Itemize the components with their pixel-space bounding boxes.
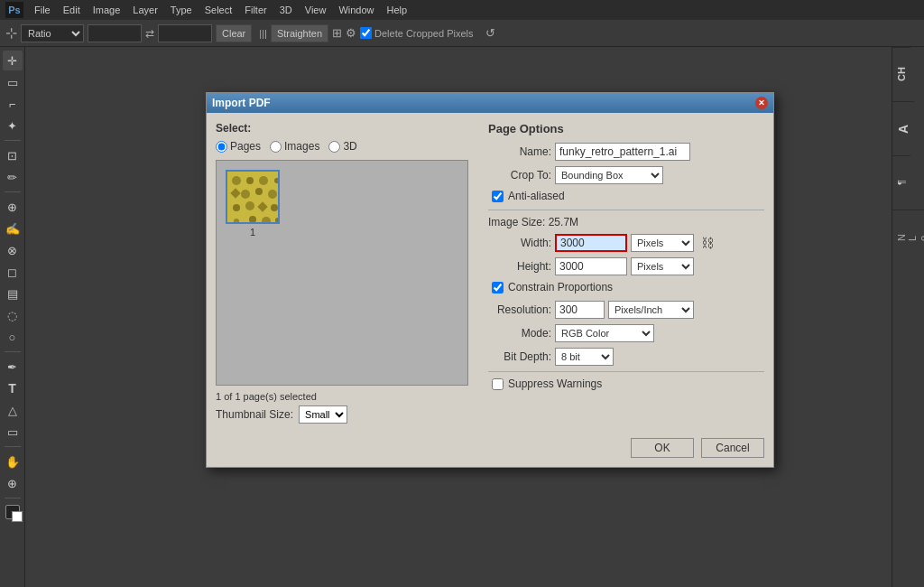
type-tool[interactable]: T bbox=[3, 378, 23, 398]
width-unit-select[interactable]: Pixels bbox=[631, 234, 694, 252]
bit-depth-row: Bit Depth: 8 bit bbox=[488, 348, 764, 366]
constrain-checkbox[interactable] bbox=[492, 282, 504, 294]
width-row: Width: Pixels ⛓ bbox=[488, 234, 764, 252]
height-unit-select[interactable]: Pixels bbox=[631, 257, 694, 275]
svg-point-12 bbox=[271, 204, 278, 211]
hand-tool[interactable]: ✋ bbox=[3, 452, 23, 471]
svg-point-3 bbox=[259, 176, 268, 185]
menu-window[interactable]: Window bbox=[333, 3, 379, 17]
radio-pages-input[interactable] bbox=[216, 141, 227, 153]
clone-tool[interactable]: ⊗ bbox=[3, 240, 23, 260]
tool-separator-1 bbox=[5, 140, 21, 141]
pen-tool[interactable]: ✒ bbox=[3, 357, 23, 377]
radio-images-input[interactable] bbox=[270, 141, 282, 153]
radio-3d[interactable]: 3D bbox=[328, 140, 356, 153]
zoom-tool[interactable]: ⊕ bbox=[3, 473, 23, 493]
delete-cropped-option[interactable]: Delete Cropped Pixels bbox=[360, 27, 473, 39]
blur-tool[interactable]: ◌ bbox=[3, 305, 23, 325]
suppress-checkbox[interactable] bbox=[492, 378, 504, 390]
menu-help[interactable]: Help bbox=[382, 3, 413, 17]
straighten-button[interactable]: Straighten bbox=[271, 24, 328, 42]
anti-aliased-checkbox[interactable] bbox=[492, 191, 504, 202]
menu-select[interactable]: Select bbox=[199, 3, 238, 17]
thumbnail-item-1[interactable]: 1 bbox=[226, 170, 280, 238]
foreground-color[interactable] bbox=[5, 505, 20, 519]
mode-select[interactable]: RGB Color bbox=[555, 324, 654, 342]
menu-edit[interactable]: Edit bbox=[58, 3, 86, 17]
svg-point-13 bbox=[234, 219, 239, 224]
move-tool[interactable]: ✛ bbox=[3, 51, 23, 70]
svg-point-7 bbox=[255, 188, 263, 195]
anti-aliased-label: Anti-aliased bbox=[508, 190, 565, 202]
delete-cropped-checkbox[interactable] bbox=[360, 27, 372, 39]
workspace: ✛ ▭ ⌐ ✦ ⊡ ✏ ⊕ ✍ ⊗ ◻ ▤ ◌ ○ ✒ T △ ▭ ✋ ⊕ Im… bbox=[0, 47, 924, 587]
resolution-label: Resolution: bbox=[488, 303, 551, 316]
clear-button[interactable]: Clear bbox=[216, 24, 252, 42]
dialog-close-button[interactable]: ✕ bbox=[755, 97, 768, 109]
crop-to-select[interactable]: Bounding Box bbox=[555, 166, 663, 184]
shape-tool[interactable]: ▭ bbox=[3, 422, 23, 442]
radio-3d-input[interactable] bbox=[328, 141, 340, 153]
menu-3d[interactable]: 3D bbox=[274, 3, 298, 17]
side-tab-para[interactable]: ¶ bbox=[892, 155, 910, 210]
lasso-tool[interactable]: ⌐ bbox=[3, 94, 23, 114]
options-bar: ⊹ Ratio ⇄ Clear ||| Straighten ⊞ ⚙ Delet… bbox=[0, 20, 924, 47]
radio-3d-label: 3D bbox=[343, 140, 356, 153]
brush-tool[interactable]: ✍ bbox=[3, 219, 23, 238]
resolution-unit-select[interactable]: Pixels/Inch bbox=[608, 301, 694, 319]
crop-to-row: Crop To: Bounding Box bbox=[488, 166, 764, 184]
thumbnail-image bbox=[226, 170, 280, 224]
width-input[interactable] bbox=[555, 234, 627, 252]
ok-button[interactable]: OK bbox=[631, 438, 694, 458]
menu-view[interactable]: View bbox=[300, 3, 332, 17]
menu-filter[interactable]: Filter bbox=[239, 3, 272, 17]
eyedropper-tool[interactable]: ✏ bbox=[3, 167, 23, 187]
menu-layer[interactable]: Layer bbox=[127, 3, 163, 17]
crop-icon: ⊹ bbox=[5, 24, 17, 42]
side-tab-extra[interactable]: NLo... bbox=[892, 210, 924, 264]
pages-selected-text: 1 of 1 page(s) selected bbox=[216, 391, 477, 402]
constrain-label: Constrain Proportions bbox=[508, 281, 613, 294]
radio-images[interactable]: Images bbox=[270, 140, 319, 153]
menu-file[interactable]: File bbox=[29, 3, 56, 17]
tool-separator-2 bbox=[5, 191, 21, 192]
marquee-tool[interactable]: ▭ bbox=[3, 72, 23, 92]
cancel-button[interactable]: Cancel bbox=[701, 438, 764, 458]
magic-wand-tool[interactable]: ✦ bbox=[3, 116, 23, 135]
bit-depth-select[interactable]: 8 bit bbox=[555, 348, 614, 366]
side-tab-a[interactable]: A bbox=[892, 101, 914, 155]
resolution-input[interactable] bbox=[555, 301, 605, 319]
svg-point-8 bbox=[268, 190, 277, 199]
gradient-tool[interactable]: ▤ bbox=[3, 284, 23, 303]
straighten-label: ||| bbox=[259, 28, 267, 39]
svg-point-14 bbox=[249, 216, 256, 223]
thumbnail-size-label: Thumbnail Size: bbox=[216, 408, 293, 421]
name-input[interactable] bbox=[555, 143, 690, 161]
svg-point-4 bbox=[274, 178, 280, 183]
height-input[interactable] bbox=[555, 257, 627, 275]
image-size-label: Image Size: 25.7M bbox=[488, 216, 764, 228]
section-divider-1 bbox=[488, 210, 764, 210]
spot-heal-tool[interactable]: ⊕ bbox=[3, 197, 23, 217]
ratio-width-input[interactable] bbox=[88, 24, 142, 42]
mode-label: Mode: bbox=[488, 327, 551, 340]
ratio-select[interactable]: Ratio bbox=[21, 24, 84, 42]
eraser-tool[interactable]: ◻ bbox=[3, 262, 23, 282]
menu-type[interactable]: Type bbox=[165, 3, 198, 17]
thumbnail-size-select[interactable]: Small bbox=[299, 405, 347, 424]
menu-bar: Ps File Edit Image Layer Type Select Fil… bbox=[0, 0, 924, 20]
dodge-tool[interactable]: ○ bbox=[3, 327, 23, 347]
svg-point-1 bbox=[232, 176, 241, 185]
constrain-row: Constrain Proportions bbox=[492, 281, 764, 294]
right-side-panel: CH A ¶ NLo... bbox=[892, 47, 924, 587]
ratio-height-input[interactable] bbox=[158, 24, 212, 42]
svg-point-2 bbox=[246, 177, 254, 184]
resolution-row: Resolution: Pixels/Inch bbox=[488, 301, 764, 319]
crop-tool[interactable]: ⊡ bbox=[3, 145, 23, 165]
path-tool[interactable]: △ bbox=[3, 400, 23, 420]
radio-pages[interactable]: Pages bbox=[216, 140, 261, 153]
menu-image[interactable]: Image bbox=[88, 3, 126, 17]
dialog-title: Import PDF bbox=[212, 97, 271, 109]
svg-point-10 bbox=[245, 201, 254, 210]
side-tab-ch[interactable]: CH bbox=[892, 47, 910, 101]
